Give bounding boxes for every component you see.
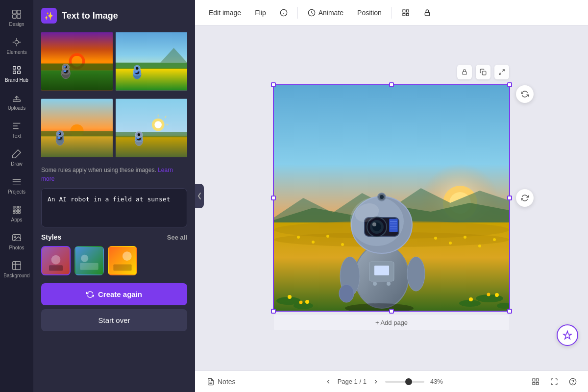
sidebar-item-design[interactable]: Design (3, 5, 30, 31)
style-thumb-3[interactable] (108, 246, 137, 275)
position-button[interactable]: Position (351, 6, 388, 20)
svg-point-74 (81, 255, 88, 262)
svg-rect-10 (13, 206, 15, 208)
image-grid (33, 29, 195, 166)
resize-handle-tr[interactable] (507, 82, 512, 87)
svg-rect-86 (482, 71, 486, 75)
svg-point-57 (154, 121, 162, 128)
generated-image-3[interactable] (41, 96, 113, 160)
copy-corner-button[interactable] (476, 65, 490, 79)
svg-rect-51 (58, 137, 60, 139)
icon-bar: Design Elements Brand Hub Uploads Text (0, 0, 33, 392)
style-thumb-2[interactable] (74, 246, 104, 275)
svg-point-109 (373, 282, 377, 286)
sidebar-item-apps[interactable]: Apps (3, 200, 30, 226)
svg-rect-77 (113, 264, 131, 270)
svg-rect-36 (116, 63, 187, 69)
fullscreen-button[interactable] (547, 374, 562, 389)
svg-rect-25 (41, 70, 113, 90)
resize-handle-bl[interactable] (271, 309, 276, 314)
sidebar-item-background[interactable]: Background (3, 256, 30, 282)
toolbar-divider-2 (392, 7, 392, 19)
svg-rect-82 (403, 13, 405, 16)
help-button[interactable] (565, 374, 580, 389)
animate-button[interactable]: Animate (302, 6, 349, 20)
grid-icon-button[interactable] (396, 6, 416, 20)
svg-point-70 (51, 255, 61, 265)
sidebar-item-elements[interactable]: Elements (3, 33, 30, 59)
hide-panel-button[interactable] (195, 184, 204, 208)
magic-button[interactable] (557, 324, 578, 346)
selected-image[interactable] (274, 85, 509, 311)
page-number: Page 1 / 1 (338, 378, 367, 385)
zoom-slider[interactable] (385, 381, 424, 383)
svg-rect-62 (116, 132, 187, 137)
refresh-button[interactable] (516, 189, 534, 207)
resize-handle-br[interactable] (507, 309, 512, 314)
toolbar-divider-1 (297, 7, 298, 19)
svg-rect-81 (406, 10, 409, 12)
svg-point-76 (122, 251, 132, 261)
svg-rect-71 (49, 265, 63, 270)
generated-image-4[interactable] (116, 96, 187, 160)
svg-rect-61 (116, 136, 187, 157)
sidebar-item-photos[interactable]: Photos (3, 228, 30, 254)
svg-rect-18 (19, 212, 21, 214)
svg-rect-47 (41, 131, 113, 136)
resize-handle-tl[interactable] (271, 82, 276, 87)
svg-rect-33 (64, 66, 66, 68)
see-all-button[interactable]: See all (167, 234, 187, 241)
expand-corner-button[interactable] (494, 65, 509, 79)
flip-button[interactable]: Flip (249, 6, 272, 20)
canvas-viewport[interactable]: + Add page (195, 25, 588, 370)
svg-rect-85 (463, 72, 466, 74)
side-panel: ✨ Text to Image (33, 0, 195, 392)
start-over-button[interactable]: Start over (41, 309, 187, 331)
svg-point-43 (136, 67, 138, 70)
add-page-bar[interactable]: + Add page (274, 315, 509, 330)
svg-point-138 (299, 301, 303, 304)
svg-point-98 (326, 235, 329, 238)
svg-rect-72 (75, 247, 103, 274)
grid-view-button[interactable] (528, 374, 543, 389)
svg-rect-1 (17, 10, 21, 14)
generated-image-2[interactable] (116, 29, 187, 93)
generated-image-1[interactable] (41, 29, 113, 93)
zoom-level: 43% (430, 378, 443, 385)
prompt-input[interactable]: An AI robot in a field at sunset (41, 188, 187, 227)
resize-handle-ml[interactable] (271, 196, 276, 200)
svg-point-97 (312, 241, 315, 244)
zoom-slider-thumb[interactable] (405, 378, 412, 385)
svg-rect-0 (13, 10, 16, 14)
lock-corner-button[interactable] (457, 65, 472, 79)
style-thumb-1[interactable] (41, 246, 71, 275)
bottom-bar: Notes Page 1 / 1 43% (195, 370, 588, 392)
panel-header: ✨ Text to Image (33, 0, 195, 29)
svg-point-99 (341, 243, 344, 246)
sidebar-item-text[interactable]: Text (3, 117, 30, 143)
rotate-button[interactable] (516, 85, 534, 103)
lock-icon-button[interactable] (417, 6, 437, 20)
svg-rect-8 (18, 71, 21, 74)
sidebar-item-draw[interactable]: Draw (3, 145, 30, 171)
edit-image-button[interactable]: Edit image (203, 6, 247, 20)
create-again-button[interactable]: Create again (41, 283, 187, 305)
page-nav-icon (325, 378, 332, 385)
sidebar-item-brand-hub[interactable]: Brand Hub (3, 61, 30, 87)
svg-rect-108 (374, 266, 389, 275)
styles-header: Styles See all (33, 233, 195, 246)
sidebar-item-uploads[interactable]: Uploads (3, 89, 30, 115)
notes-button[interactable]: Notes (203, 376, 240, 388)
svg-rect-80 (403, 10, 405, 12)
resize-handle-bc[interactable] (389, 309, 394, 314)
svg-point-128 (339, 285, 354, 302)
svg-point-103 (478, 245, 481, 247)
svg-rect-30 (64, 70, 66, 72)
resize-handle-mr[interactable] (507, 196, 512, 200)
svg-point-133 (294, 302, 313, 309)
svg-rect-9 (13, 100, 21, 102)
sidebar-item-projects[interactable]: Projects (3, 172, 30, 198)
resize-handle-tc[interactable] (389, 82, 394, 87)
svg-rect-35 (116, 68, 187, 91)
info-button[interactable] (274, 6, 294, 20)
